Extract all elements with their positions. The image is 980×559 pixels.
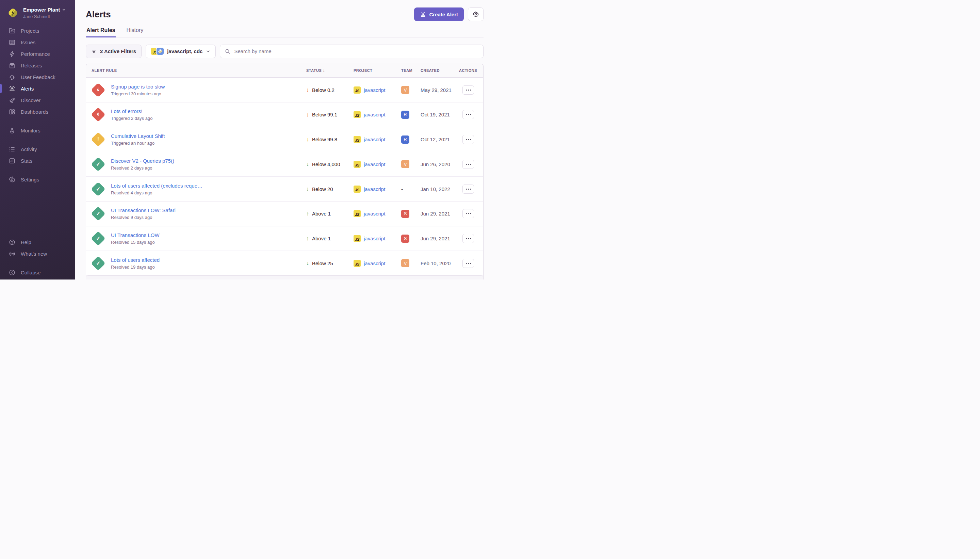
sidebar-item-dashboards[interactable]: Dashboards [0,106,75,117]
chevron-down-icon [62,8,66,12]
alert-rule-link[interactable]: Signup page is too slow [111,84,165,89]
sidebar-item-label: Settings [21,177,39,182]
created-date: Jun 29, 2021 [421,211,459,217]
search-icon [224,48,231,55]
tab-bar: Alert Rules History [86,27,483,38]
alert-rule-link[interactable]: Cumulative Layout Shift [111,133,165,139]
chevron-down-icon [206,49,210,53]
row-actions-button[interactable] [462,234,474,243]
python-platform-icon [157,48,164,55]
fire-icon [95,87,101,93]
page-title: Alerts [86,9,111,20]
sidebar-item-performance[interactable]: Performance [0,48,75,60]
sidebar-item-settings[interactable]: Settings [0,174,75,185]
alert-rule-link[interactable]: Lots of users affected (excludes reque… [111,183,203,189]
sidebar-item-alerts[interactable]: Alerts [0,83,75,94]
table-row: ! Cumulative Layout ShiftTriggered an ho… [86,127,483,152]
table-row: ✓ Lots of users affected (excludes reque… [86,177,483,202]
alert-rule-link[interactable]: UI Transactions LOW: Safari [111,207,176,213]
javascript-platform-icon: JS [353,86,361,94]
trend-arrow-icon: ↓ [306,186,309,192]
javascript-platform-icon: JS [353,210,361,217]
project-link[interactable]: javascript [364,236,385,241]
gear-icon [8,176,16,183]
table-row: ✓ Lots of users affectedResolved 19 days… [86,251,483,276]
created-date: Oct 19, 2021 [421,112,459,117]
row-actions-button[interactable] [462,110,474,119]
row-actions-button[interactable] [462,135,474,144]
trend-arrow-icon: ↓ [306,87,309,93]
org-switcher[interactable]: Empower Plant Jane Schmidt [0,0,75,20]
trend-arrow-icon: ↓ [306,112,309,118]
sidebar: Empower Plant Jane Schmidt Projects Issu… [0,0,75,280]
project-selector[interactable]: JS javascript, cdc [146,45,216,58]
collapse-icon [8,269,16,276]
sidebar-item-label: Releases [21,63,42,68]
sidebar-item-label: Issues [21,40,35,45]
row-actions-button[interactable] [462,185,474,194]
alert-rule-trigger-text: Triggered an hour ago [111,141,165,146]
project-link[interactable]: javascript [364,137,385,142]
sidebar-item-label: Monitors [21,128,41,134]
sidebar-item-discover[interactable]: Discover [0,94,75,106]
performance-icon [8,50,16,58]
project-link[interactable]: javascript [364,211,385,217]
alert-rule-link[interactable]: Lots of users affected [111,257,160,263]
team-badge: R [401,136,409,144]
row-actions-button[interactable] [462,209,474,218]
row-actions-button[interactable] [462,259,474,268]
sidebar-item-label: Projects [21,28,39,34]
javascript-platform-icon: JS [353,136,361,143]
user-feedback-icon [8,74,16,81]
alerts-icon [8,85,16,92]
sidebar-item-activity[interactable]: Activity [0,143,75,155]
alert-severity-icon: ! [91,132,106,147]
team-badge: S [401,210,409,218]
column-header-status[interactable]: Status↓ [306,68,353,73]
row-actions-button[interactable] [462,160,474,169]
alert-rule-link[interactable]: UI Transactions LOW [111,232,160,238]
sidebar-item-user-feedback[interactable]: User Feedback [0,71,75,83]
team-badge: - [401,185,421,193]
sidebar-item-monitors[interactable]: Monitors [0,125,75,136]
alert-rule-link[interactable]: Discover V2 - Queries p75() [111,158,174,164]
row-actions-button[interactable] [462,86,474,95]
settings-button[interactable] [468,8,483,21]
trend-arrow-icon: ↓ [306,260,309,266]
sidebar-item-label: User Feedback [21,74,56,80]
project-link[interactable]: javascript [364,87,385,93]
javascript-platform-icon: JS [353,235,361,242]
sidebar-item-label: Discover [21,98,41,103]
team-badge: V [401,160,409,168]
sidebar-item-stats[interactable]: Stats [0,155,75,167]
column-header-project: Project [353,68,401,73]
sidebar-item-projects[interactable]: Projects [0,25,75,36]
sidebar-item-issues[interactable]: Issues [0,36,75,48]
sidebar-item-help[interactable]: Help [0,236,75,248]
alert-rule-link[interactable]: Lots of errors! [111,108,152,114]
table-row: ✓ UI Transactions LOW: SafariResolved 9 … [86,202,483,227]
create-alert-button[interactable]: Create Alert [414,8,464,21]
tab-alert-rules[interactable]: Alert Rules [86,27,116,38]
alert-severity-icon: ✓ [91,206,106,221]
search-input[interactable] [220,45,483,58]
sidebar-item-whats-new[interactable]: What's new [0,248,75,260]
trend-arrow-icon: ↓ [306,137,309,143]
sidebar-item-releases[interactable]: Releases [0,60,75,71]
project-link[interactable]: javascript [364,260,385,266]
project-link[interactable]: javascript [364,186,385,192]
sidebar-item-collapse[interactable]: Collapse [0,266,75,278]
project-link[interactable]: javascript [364,112,385,117]
alert-severity-icon: ✓ [91,182,106,197]
projects-icon [8,27,16,35]
broadcast-icon [8,250,16,257]
sidebar-item-label: Collapse [21,270,41,275]
table-row: Lots of errors!Triggered 2 days ago ↓Bel… [86,103,483,127]
siren-icon [420,11,426,18]
active-filters-button[interactable]: 2 Active Filters [86,45,142,58]
project-link[interactable]: javascript [364,161,385,167]
sidebar-nav: Projects Issues Performance Releases Use… [0,25,75,185]
javascript-platform-icon: JS [353,185,361,193]
tab-history[interactable]: History [125,27,144,37]
status-value: Below 99.1 [312,112,337,117]
